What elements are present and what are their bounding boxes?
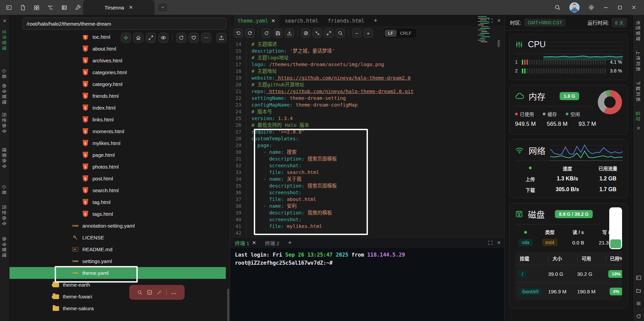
eol-lf[interactable]: LF <box>385 30 397 37</box>
wrench-icon[interactable] <box>75 5 81 10</box>
tree-row[interactable]: ▶theme-fuwari <box>9 291 226 302</box>
download-button[interactable] <box>285 28 294 38</box>
eol-crlf[interactable]: CRLF <box>397 30 415 37</box>
tree-row[interactable]: YAMLannotation-setting.yaml <box>9 220 226 232</box>
avatar[interactable] <box>569 2 580 12</box>
terminal-tab[interactable]: 终端 1✕ <box>235 239 256 246</box>
context-ai-icon[interactable]: AI <box>147 290 152 295</box>
mini-folder-icon[interactable] <box>636 288 641 293</box>
close-window-icon[interactable] <box>631 5 637 10</box>
new-terminal-tab-button[interactable]: + <box>288 239 292 246</box>
sidebar-item-5[interactable]: 搜索命令 <box>1 148 8 169</box>
tree-row[interactable]: 5mylikes.html <box>9 137 226 149</box>
flow-branch-icon[interactable] <box>48 5 53 10</box>
tree-row[interactable]: 5archives.html <box>9 55 226 66</box>
html5-icon: 5 <box>83 116 88 123</box>
tree-row[interactable]: 5post.html <box>9 173 226 184</box>
goto-compass-button[interactable] <box>301 28 311 38</box>
mini-terminal-icon[interactable] <box>636 275 641 281</box>
zoom-in-button[interactable]: + <box>364 28 373 38</box>
editor-tab[interactable]: search.html <box>281 15 322 27</box>
maximize-icon[interactable] <box>617 5 622 10</box>
code-text: description: 搜索页面模板 <box>246 182 337 189</box>
reload-file-button[interactable] <box>262 28 271 38</box>
close-terminal-icon[interactable]: ✕ <box>497 240 501 245</box>
new-editor-tab-button[interactable]: + <box>370 17 382 24</box>
right-dock-item-3[interactable]: 下载列表 <box>635 81 642 103</box>
sidebar-item-3[interactable]: 命令管理 <box>1 84 8 105</box>
save-button[interactable] <box>273 28 283 38</box>
undo-button[interactable] <box>234 28 243 38</box>
tree-row[interactable]: ▼theme-sakura <box>9 302 226 314</box>
tree-row[interactable]: 5categories.html <box>9 66 226 78</box>
panel-close-icon[interactable]: ✕ <box>3 18 7 24</box>
session-tab[interactable]: Tirsenna ✕ <box>83 0 155 15</box>
eol-toggle[interactable]: LF CRLF <box>384 29 416 38</box>
tree-row[interactable]: YAMLsettings.yaml <box>9 255 226 267</box>
gear-icon[interactable] <box>588 4 594 10</box>
tree-row[interactable]: M↓README.md <box>9 243 226 255</box>
tree-row[interactable]: LICENSE <box>9 232 226 243</box>
tree-row[interactable]: 5tag.html <box>9 196 226 208</box>
search-icon[interactable] <box>555 4 561 10</box>
line-number: 31 <box>230 155 246 162</box>
tree-row[interactable]: 5photos.html <box>9 161 226 173</box>
terminal-tab[interactable]: 终端 2 <box>265 239 279 246</box>
network-status-dot <box>515 165 545 172</box>
chevron-down-icon <box>161 5 165 9</box>
sidebar-item-1[interactable]: 文件管理 <box>1 30 8 51</box>
context-search-icon[interactable] <box>137 290 142 295</box>
minimize-icon[interactable] <box>603 5 609 10</box>
close-pane-icon[interactable]: ✕ <box>497 18 501 23</box>
path-input[interactable]: /root/halo/halo2/themes/theme-dream <box>22 18 226 30</box>
context-more-icon[interactable]: … <box>171 289 177 295</box>
tree-row[interactable]: YAMLtheme.yaml <box>9 267 226 279</box>
collapse-button[interactable] <box>313 28 322 38</box>
tree-row[interactable]: 5category.html <box>9 78 226 90</box>
server-list-icon[interactable] <box>61 5 67 10</box>
expand-button[interactable] <box>324 28 333 38</box>
expand-terminal-icon[interactable] <box>488 240 493 245</box>
new-document-icon[interactable] <box>20 5 26 10</box>
minimap-mark <box>478 18 489 19</box>
editor-tab[interactable]: friends.html <box>324 15 368 27</box>
tree-row[interactable]: 5index.html <box>9 102 226 114</box>
context-magic-wand-icon[interactable] <box>157 290 162 295</box>
right-dock-item-2[interactable]: 上传列表 <box>635 51 642 72</box>
tree-row[interactable]: 5toc.html <box>9 35 226 43</box>
terminal-window-icon[interactable] <box>6 5 12 10</box>
sidebar-item-6[interactable]: 小易 <box>1 185 8 196</box>
sidebar-item-4[interactable]: 历史命令 <box>1 113 8 134</box>
html5-icon: 5 <box>83 140 88 146</box>
redo-button[interactable] <box>245 28 254 38</box>
session-tab-close-icon[interactable]: ✕ <box>129 4 133 10</box>
tab-close-icon[interactable]: ✕ <box>271 18 275 24</box>
tree-row[interactable]: 5about.html <box>9 43 226 55</box>
sidebar-item-2[interactable]: 小易 <box>1 69 8 80</box>
monitor-close-icon[interactable]: ✕ <box>637 125 641 131</box>
zoom-out-button[interactable]: − <box>352 28 361 38</box>
mini-refresh-icon[interactable] <box>636 314 641 319</box>
terminal-output[interactable]: Last login: Fri Sep 26 13:25:47 2025 fro… <box>230 248 504 270</box>
sidebar-item-8[interactable]: 命令管理 <box>1 237 8 258</box>
tree-row[interactable]: ▶theme-earth <box>9 279 226 291</box>
right-dock-item-1[interactable]: 书签管理 <box>635 20 642 42</box>
tree-row[interactable]: 5search.html <box>9 184 226 196</box>
sidebar-item-7[interactable]: 历史命令 <box>1 205 8 227</box>
mini-list-icon[interactable] <box>636 301 641 306</box>
editor-tab[interactable]: theme.yaml✕ <box>234 15 279 27</box>
tree-item-label: index.html <box>92 105 115 111</box>
tree-row[interactable]: 5tags.html <box>9 208 226 220</box>
file-tree-scrollbar[interactable] <box>227 289 229 321</box>
find-button[interactable] <box>336 28 345 38</box>
tree-row[interactable]: 5moments.html <box>9 125 226 137</box>
tree-row[interactable]: 5page.html <box>9 149 226 161</box>
editor-toolbar: − + LF CRLF <box>230 27 504 39</box>
right-dock-item-4[interactable]: 监控 <box>635 111 642 122</box>
session-dropdown-button[interactable] <box>157 3 168 12</box>
tab-close-icon[interactable]: ✕ <box>252 240 257 246</box>
editor-scrollbar[interactable] <box>498 40 500 47</box>
tree-row[interactable]: 5friends.html <box>9 90 226 102</box>
layout-grid-icon[interactable] <box>34 5 39 10</box>
tree-row[interactable]: 5links.html <box>9 114 226 125</box>
